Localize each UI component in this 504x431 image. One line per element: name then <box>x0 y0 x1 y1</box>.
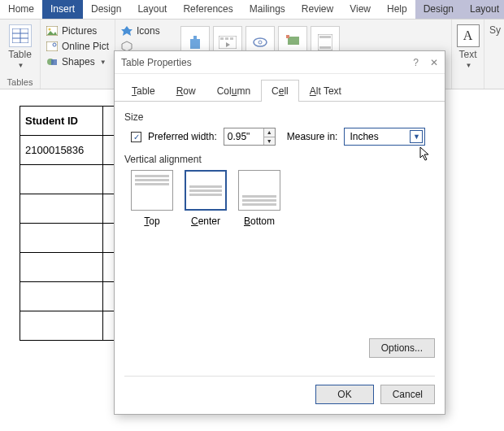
table-label: Table <box>8 49 32 60</box>
text-icon: A <box>457 24 480 47</box>
help-button[interactable]: ? <box>413 57 419 68</box>
tab-insert[interactable]: Insert <box>42 0 83 19</box>
ribbon-tabs: Home Insert Design Layout References Mai… <box>0 0 504 20</box>
svg-rect-16 <box>230 37 233 40</box>
shapes-button[interactable]: Shapes▼ <box>46 55 110 68</box>
svg-rect-15 <box>225 37 228 40</box>
size-section-label: Size <box>124 111 435 123</box>
preferred-width-label: Preferred width: <box>148 131 217 142</box>
svg-rect-20 <box>288 37 299 45</box>
svg-point-19 <box>259 41 262 44</box>
close-button[interactable]: ✕ <box>430 57 438 68</box>
svg-rect-6 <box>46 41 58 51</box>
svg-rect-9 <box>51 59 57 65</box>
dialog-tabs: Table Row Column Cell Alt Text <box>115 74 445 102</box>
icons-button[interactable]: Icons <box>120 24 167 37</box>
options-button[interactable]: Options... <box>369 338 435 358</box>
tab-help[interactable]: Help <box>379 0 415 19</box>
tab-table-design[interactable]: Design <box>415 0 462 19</box>
online-pictures-button[interactable]: Online Pict <box>46 40 110 53</box>
svg-rect-21 <box>286 35 289 38</box>
svg-point-5 <box>49 28 51 31</box>
valign-top[interactable]: Top <box>131 170 173 227</box>
preferred-width-input[interactable]: ▲▼ <box>224 128 276 146</box>
icons-icon <box>120 24 133 37</box>
valign-bottom[interactable]: Bottom <box>238 170 280 227</box>
valign-center[interactable]: Center <box>185 170 227 227</box>
tab-design[interactable]: Design <box>83 0 129 19</box>
tab-references[interactable]: References <box>175 0 241 19</box>
spinner[interactable]: ▲▼ <box>263 128 275 145</box>
text-button[interactable]: A Text ▼ <box>457 23 479 71</box>
valign-center-icon <box>185 170 227 211</box>
ok-button[interactable]: OK <box>315 385 373 404</box>
svg-rect-23 <box>319 36 331 38</box>
valign-bottom-label: Bottom <box>244 216 275 227</box>
svg-marker-17 <box>226 42 230 47</box>
dialog-titlebar[interactable]: Table Properties ? ✕ <box>115 51 445 74</box>
preferred-width-checkbox[interactable]: ✓ <box>131 132 141 142</box>
cell[interactable]: 2100015836 <box>20 136 103 165</box>
shapes-label: Shapes <box>62 56 95 67</box>
cell[interactable] <box>20 165 103 194</box>
group-label-tables: Tables <box>5 76 35 87</box>
shapes-icon <box>46 55 59 68</box>
chevron-down-icon: ▼ <box>100 59 106 66</box>
cell[interactable] <box>20 282 103 311</box>
svg-point-18 <box>254 38 267 46</box>
tab-table-layout[interactable]: Layout <box>462 0 504 19</box>
dialog-footer: Options... OK Cancel <box>115 332 445 414</box>
dtab-column[interactable]: Column <box>206 80 261 102</box>
dialog-title: Table Properties <box>121 57 192 68</box>
tab-review[interactable]: Review <box>293 0 341 19</box>
online-pictures-icon <box>46 40 59 53</box>
table-icon <box>9 24 32 47</box>
valign-bottom-icon <box>238 170 280 211</box>
spin-down-icon[interactable]: ▼ <box>264 137 275 146</box>
tab-mailings[interactable]: Mailings <box>241 0 293 19</box>
valign-top-icon <box>131 170 173 211</box>
measure-in-value: Inches <box>350 131 378 142</box>
dtab-row[interactable]: Row <box>166 80 206 102</box>
valign-center-label: Center <box>191 216 220 227</box>
measure-in-label: Measure in: <box>287 131 338 142</box>
group-text: A Text ▼ <box>452 20 484 89</box>
chevron-down-icon: ▼ <box>18 62 24 69</box>
symbols-label: Sy <box>489 24 499 36</box>
group-illustrations-1: Pictures Online Pict Shapes▼ <box>41 20 115 89</box>
svg-rect-14 <box>220 37 224 40</box>
preferred-width-value[interactable] <box>224 128 263 145</box>
text-label: Text <box>459 49 477 60</box>
pictures-icon <box>46 24 59 37</box>
valign-top-label: Top <box>144 216 159 227</box>
tab-view[interactable]: View <box>341 0 379 19</box>
cancel-button[interactable]: Cancel <box>380 385 435 404</box>
pictures-label: Pictures <box>62 25 97 37</box>
cell[interactable] <box>20 194 103 224</box>
table-properties-dialog: Table Properties ? ✕ Table Row Column Ce… <box>114 50 445 415</box>
col-student-id[interactable]: Student ID <box>20 107 103 136</box>
tab-home[interactable]: Home <box>0 0 42 19</box>
valign-section-label: Vertical alignment <box>124 154 435 165</box>
icons-label: Icons <box>137 25 160 37</box>
cell[interactable] <box>20 253 103 282</box>
tab-layout[interactable]: Layout <box>129 0 175 19</box>
chevron-down-icon: ▼ <box>466 62 472 69</box>
cell[interactable] <box>20 224 103 253</box>
measure-in-select[interactable]: Inches ▼ <box>344 128 425 146</box>
dtab-alt-text[interactable]: Alt Text <box>299 80 352 102</box>
group-tables: Table ▼ Tables <box>0 20 41 89</box>
group-symbols: Sy <box>484 20 504 89</box>
cell[interactable] <box>20 311 103 341</box>
dialog-body: Size ✓ Preferred width: ▲▼ Measure in: I… <box>115 102 445 332</box>
dtab-table[interactable]: Table <box>121 80 166 102</box>
pictures-button[interactable]: Pictures <box>46 24 110 37</box>
svg-rect-24 <box>319 46 331 49</box>
spin-up-icon[interactable]: ▲ <box>264 128 275 137</box>
table-button[interactable]: Table ▼ <box>5 23 35 71</box>
dtab-cell[interactable]: Cell <box>261 80 299 102</box>
chevron-down-icon[interactable]: ▼ <box>410 130 423 143</box>
valign-options: Top Center Bottom <box>124 170 435 227</box>
online-pictures-label: Online Pict <box>62 41 109 52</box>
